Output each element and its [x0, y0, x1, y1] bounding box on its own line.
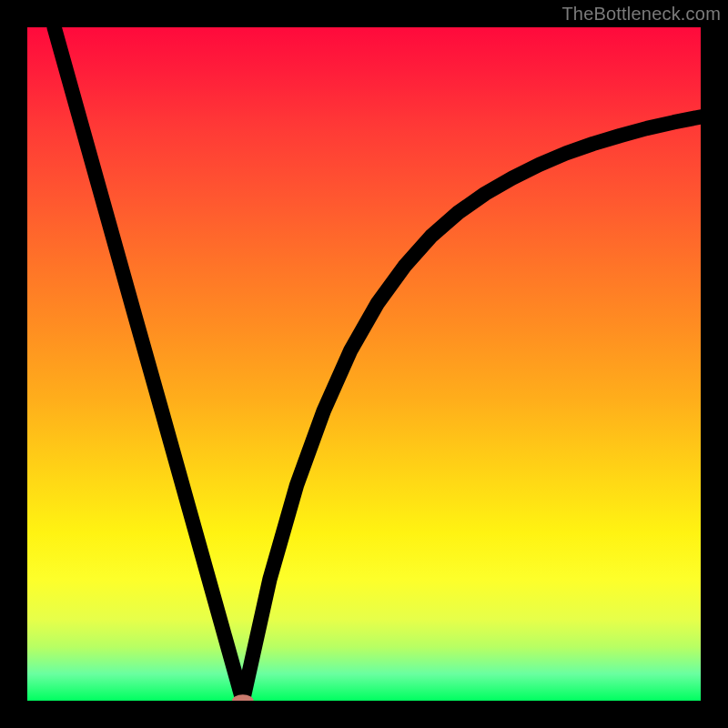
- watermark-text: TheBottleneck.com: [561, 4, 721, 25]
- plot-area: [27, 27, 701, 701]
- chart-frame: TheBottleneck.com: [0, 0, 728, 728]
